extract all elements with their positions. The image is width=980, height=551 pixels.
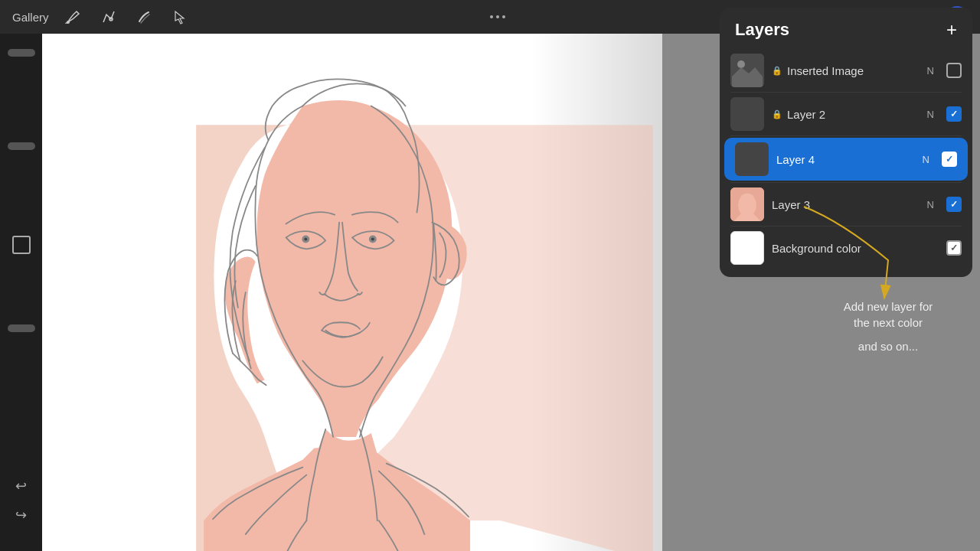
layer-thumbnail bbox=[730, 231, 764, 265]
layer-name: Layer 2 bbox=[787, 108, 825, 121]
layer-mode: N bbox=[927, 65, 934, 77]
layer-divider bbox=[730, 135, 962, 136]
svg-point-8 bbox=[304, 237, 307, 240]
layer-mode: N bbox=[927, 109, 934, 120]
layer-visibility-toggle[interactable]: ✓ bbox=[946, 106, 962, 122]
layer-thumbnail bbox=[735, 142, 769, 176]
layer-thumbnail bbox=[730, 54, 764, 87]
undo-button[interactable]: ↩ bbox=[15, 478, 27, 494]
lock-icon: 🔒 bbox=[772, 66, 782, 76]
svg-point-0 bbox=[67, 21, 70, 24]
layer-visibility-toggle[interactable]: ✓ bbox=[946, 197, 962, 212]
select-tool-icon[interactable] bbox=[168, 6, 190, 28]
layers-header: Layers + bbox=[720, 8, 972, 49]
layer-visibility-toggle[interactable]: ✓ bbox=[946, 240, 962, 256]
layer-row-active[interactable]: Layer 4 N ✓ bbox=[724, 138, 968, 181]
layer-mode: N bbox=[927, 199, 934, 210]
layer-info: Layer 3 bbox=[772, 198, 920, 211]
layer-row[interactable]: Background color ✓ bbox=[720, 227, 972, 269]
layer-row[interactable]: 🔒 Inserted Image N bbox=[720, 49, 972, 92]
transform-box[interactable] bbox=[12, 236, 31, 254]
checkmark-icon: ✓ bbox=[950, 109, 958, 119]
layer-thumbnail bbox=[730, 97, 764, 131]
layer-name: Background color bbox=[772, 242, 861, 255]
layer-name: Layer 3 bbox=[772, 198, 810, 211]
modify-tool-icon[interactable] bbox=[98, 6, 119, 28]
brush-size-slider[interactable] bbox=[8, 49, 35, 57]
layers-panel: Layers + 🔒 Inserted Image N 🔒 Layer 2 N … bbox=[720, 8, 972, 277]
zoom-slider[interactable] bbox=[8, 324, 35, 332]
toolbar-center bbox=[490, 15, 505, 18]
checkmark-icon: ✓ bbox=[950, 243, 958, 253]
layer-visibility-toggle[interactable] bbox=[946, 63, 962, 78]
layer-info: Layer 4 bbox=[776, 153, 915, 166]
brush-opacity-slider[interactable] bbox=[8, 142, 35, 150]
checkmark-icon: ✓ bbox=[950, 199, 958, 210]
gallery-button[interactable]: Gallery bbox=[12, 11, 49, 24]
left-sidebar: ↩ ↪ bbox=[0, 34, 42, 551]
smudge-tool-icon[interactable] bbox=[133, 6, 155, 28]
more-options-icon[interactable] bbox=[490, 15, 505, 18]
layer-thumbnail bbox=[730, 187, 764, 221]
layer-name: Inserted Image bbox=[787, 64, 864, 77]
layer-info: 🔒 Inserted Image bbox=[772, 64, 920, 77]
annotation-text1: Add new layer for the next color bbox=[812, 298, 965, 331]
svg-point-12 bbox=[737, 60, 745, 68]
layer-info: Background color bbox=[772, 242, 926, 255]
layer-row[interactable]: 🔒 Layer 2 N ✓ bbox=[720, 93, 972, 135]
brush-tool-icon[interactable] bbox=[63, 6, 84, 28]
layer-name: Layer 4 bbox=[776, 153, 815, 166]
layer-visibility-toggle[interactable]: ✓ bbox=[942, 152, 957, 167]
face-sketch bbox=[42, 34, 655, 551]
toolbar-left: Gallery bbox=[12, 6, 190, 28]
layer-mode: N bbox=[923, 154, 929, 165]
add-layer-button[interactable]: + bbox=[946, 21, 957, 39]
annotation-area: Add new layer for the next color and so … bbox=[812, 298, 965, 354]
annotation-text2: and so on... bbox=[812, 338, 965, 354]
checkmark-icon: ✓ bbox=[946, 154, 953, 165]
layer-info: 🔒 Layer 2 bbox=[772, 108, 920, 121]
lock-icon: 🔒 bbox=[772, 109, 782, 119]
layers-title: Layers bbox=[735, 20, 789, 40]
svg-point-10 bbox=[371, 237, 374, 240]
layer-row[interactable]: Layer 3 N ✓ bbox=[720, 183, 972, 226]
redo-button[interactable]: ↪ bbox=[15, 507, 27, 523]
